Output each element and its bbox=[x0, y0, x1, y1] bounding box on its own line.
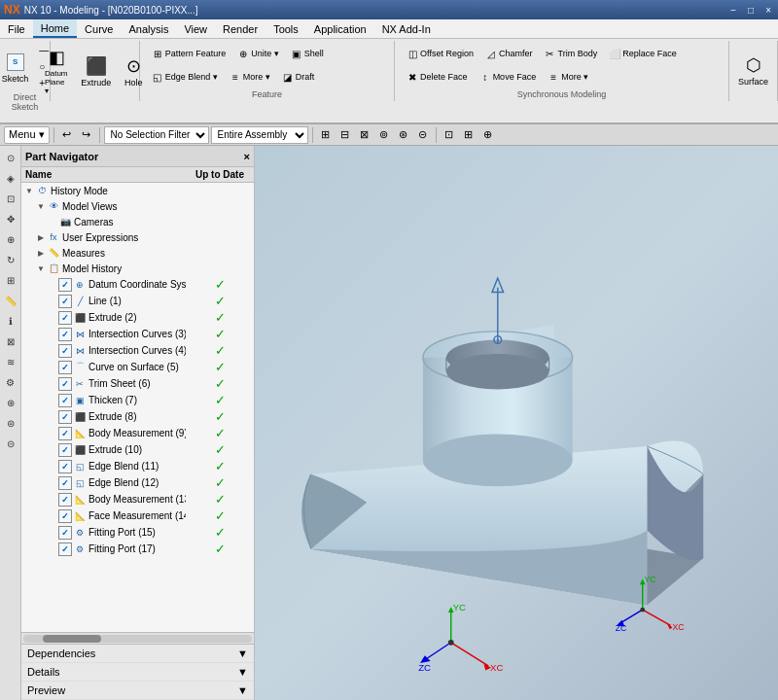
snap-btn[interactable]: ⊡ bbox=[441, 126, 458, 144]
edge-blend-button[interactable]: ◱ Edge Blend ▾ bbox=[146, 67, 222, 87]
tree-checkbox[interactable]: ✓ bbox=[58, 460, 72, 473]
wcs-btn[interactable]: ⊕ bbox=[479, 126, 497, 144]
window-controls[interactable]: − □ × bbox=[727, 5, 774, 16]
tree-expander[interactable] bbox=[47, 378, 58, 390]
tree-expander[interactable]: ▶ bbox=[35, 247, 47, 259]
draft-button[interactable]: ◪ Draft bbox=[276, 67, 319, 87]
tree-item[interactable]: ✓⬛Extrude (8)✓ bbox=[21, 408, 254, 425]
unite-button[interactable]: ⊕ Unite ▾ bbox=[231, 44, 283, 63]
tree-expander[interactable]: ▼ bbox=[23, 185, 35, 196]
trim-body-button[interactable]: ✂ Trim Body bbox=[538, 44, 601, 63]
scrollbar-thumb[interactable] bbox=[43, 635, 101, 643]
view-btn-5[interactable]: ⊛ bbox=[395, 126, 412, 144]
left-icon-layers[interactable]: ≋ bbox=[1, 352, 20, 371]
tree-item[interactable]: ✓⋈Intersection Curves (3)✓ bbox=[21, 326, 254, 342]
tree-item[interactable]: ✓✂Trim Sheet (6)✓ bbox=[21, 375, 254, 392]
grid-btn[interactable]: ⊞ bbox=[460, 126, 477, 144]
tree-item[interactable]: ✓📐Body Measurement (9)✓ bbox=[21, 425, 254, 441]
menu-analysis[interactable]: Analysis bbox=[121, 19, 176, 38]
tree-expander[interactable] bbox=[47, 279, 58, 291]
move-face-button[interactable]: ↕ Move Face bbox=[474, 67, 541, 87]
tree-expander[interactable] bbox=[47, 510, 58, 522]
chamfer-button[interactable]: ◿ Chamfer bbox=[479, 44, 537, 63]
tree-checkbox[interactable]: ✓ bbox=[58, 493, 72, 507]
tree-expander[interactable] bbox=[47, 494, 58, 506]
menu-home[interactable]: Home bbox=[33, 19, 77, 38]
offset-region-button[interactable]: ◫ Offset Region bbox=[401, 44, 477, 63]
pattern-feature-button[interactable]: ⊞ Pattern Feature bbox=[146, 44, 230, 63]
tree-checkbox[interactable]: ✓ bbox=[58, 526, 72, 540]
part-navigator-close[interactable]: × bbox=[244, 151, 250, 162]
tree-expander[interactable] bbox=[47, 461, 58, 472]
left-icon-extra2[interactable]: ⊜ bbox=[1, 413, 20, 433]
dependencies-panel[interactable]: Dependencies ▼ bbox=[21, 645, 254, 663]
tree-item[interactable]: ▼👁Model Views bbox=[21, 198, 254, 214]
tree-item[interactable]: 📷Cameras bbox=[21, 214, 254, 229]
left-icon-settings[interactable]: ⚙ bbox=[1, 372, 20, 392]
tree-checkbox[interactable]: ✓ bbox=[58, 311, 72, 325]
tree-expander[interactable] bbox=[47, 312, 58, 324]
menu-application[interactable]: Application bbox=[306, 19, 374, 38]
left-icon-zoom[interactable]: ⊕ bbox=[1, 229, 20, 249]
tree-expander[interactable]: ▼ bbox=[35, 262, 47, 274]
surface-button[interactable]: ⬡ Surface bbox=[733, 51, 773, 89]
tree-expander[interactable] bbox=[47, 296, 58, 307]
assembly-filter-dropdown[interactable]: Entire Assembly bbox=[211, 126, 308, 144]
tree-checkbox[interactable]: ✓ bbox=[58, 344, 72, 358]
datum-plane-button[interactable]: ◧ DatumPlane ▾ bbox=[40, 43, 75, 98]
left-icon-extra3[interactable]: ⊝ bbox=[1, 434, 20, 453]
tree-expander[interactable]: ▶ bbox=[35, 231, 47, 243]
tree-checkbox[interactable]: ✓ bbox=[58, 328, 72, 341]
tree-item[interactable]: ✓⬛Extrude (10)✓ bbox=[21, 441, 254, 458]
tree-checkbox[interactable]: ✓ bbox=[58, 542, 72, 556]
view-btn-6[interactable]: ⊝ bbox=[414, 126, 432, 144]
tree-expander[interactable] bbox=[47, 444, 58, 456]
left-icon-view[interactable]: ⊡ bbox=[1, 189, 20, 208]
selection-filter-dropdown[interactable]: No Selection Filter bbox=[104, 126, 209, 144]
tree-expander[interactable] bbox=[47, 428, 58, 439]
left-icon-extra1[interactable]: ⊛ bbox=[1, 393, 20, 412]
menu-view[interactable]: View bbox=[176, 19, 215, 38]
details-panel[interactable]: Details ▼ bbox=[21, 663, 254, 682]
tree-checkbox[interactable]: ✓ bbox=[58, 443, 72, 457]
tree-item[interactable]: ✓╱Line (1)✓ bbox=[21, 293, 254, 309]
tree-expander[interactable] bbox=[47, 362, 58, 373]
tree-checkbox[interactable]: ✓ bbox=[58, 377, 72, 391]
tree-item[interactable]: ▶📏Measures bbox=[21, 245, 254, 261]
sketch-button[interactable]: S Sketch bbox=[0, 48, 33, 87]
more-feature-button[interactable]: ≡ More ▾ bbox=[224, 67, 274, 87]
left-icon-analysis[interactable]: ⊠ bbox=[1, 332, 20, 351]
viewport[interactable]: YC ZC XC YC bbox=[255, 146, 778, 700]
preview-panel[interactable]: Preview ▼ bbox=[21, 682, 254, 700]
minimize-button[interactable]: − bbox=[727, 5, 739, 16]
delete-face-button[interactable]: ✖ Delete Face bbox=[401, 67, 472, 87]
left-icon-rotate[interactable]: ↻ bbox=[1, 250, 20, 269]
view-btn-1[interactable]: ⊞ bbox=[317, 126, 335, 144]
extrude-button[interactable]: ⬛ Extrude bbox=[77, 52, 116, 90]
tree-item[interactable]: ✓◱Edge Blend (12)✓ bbox=[21, 474, 254, 491]
left-icon-pan[interactable]: ✥ bbox=[1, 209, 20, 228]
shell-button[interactable]: ▣ Shell bbox=[285, 44, 328, 63]
left-icon-measure[interactable]: 📏 bbox=[1, 291, 20, 310]
tree-item[interactable]: ✓◱Edge Blend (11)✓ bbox=[21, 458, 254, 474]
tree-item[interactable]: ✓⊕Datum Coordinate Syste...✓ bbox=[21, 276, 254, 293]
tree-checkbox[interactable]: ✓ bbox=[58, 427, 72, 440]
maximize-button[interactable]: □ bbox=[745, 5, 757, 16]
tree-item[interactable]: ▼⏱History Mode bbox=[21, 183, 254, 198]
tree-checkbox[interactable]: ✓ bbox=[58, 394, 72, 407]
replace-face-button[interactable]: ⬜ Replace Face bbox=[603, 44, 681, 63]
tree-expander[interactable] bbox=[47, 477, 58, 489]
tree-item[interactable]: ✓📐Face Measurement (14)✓ bbox=[21, 508, 254, 524]
close-button[interactable]: × bbox=[762, 5, 774, 16]
tree-checkbox[interactable]: ✓ bbox=[58, 476, 72, 490]
undo-button[interactable]: ↩ bbox=[58, 126, 76, 144]
menu-dropdown-button[interactable]: Menu ▾ bbox=[4, 126, 50, 144]
view-btn-4[interactable]: ⊚ bbox=[375, 126, 393, 144]
menu-nx-addin[interactable]: NX Add-In bbox=[374, 19, 439, 38]
tree-checkbox[interactable]: ✓ bbox=[58, 509, 72, 523]
tree-item[interactable]: ✓⌒Curve on Surface (5)✓ bbox=[21, 359, 254, 375]
redo-button[interactable]: ↪ bbox=[78, 126, 95, 144]
left-icon-snap[interactable]: ◈ bbox=[1, 168, 20, 188]
tree-checkbox[interactable]: ✓ bbox=[58, 295, 72, 308]
tree-expander[interactable] bbox=[47, 543, 58, 555]
